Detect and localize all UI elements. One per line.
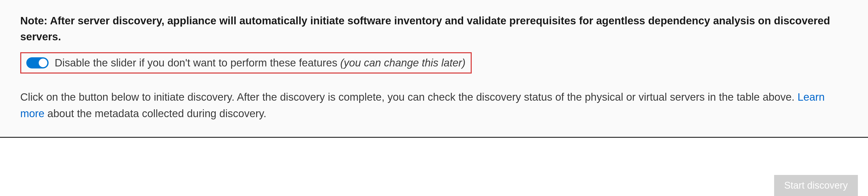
toggle-label: Disable the slider if you don't want to … [55,57,466,69]
instruction-text: Click on the button below to initiate di… [20,89,848,122]
feature-toggle-switch[interactable] [26,57,49,68]
note-heading: Note: After server discovery, appliance … [20,13,848,45]
toggle-label-text: Disable the slider if you don't want to … [55,57,340,69]
instruction-part2: about the metadata collected during disc… [44,108,267,119]
instruction-part1: Click on the button below to initiate di… [20,91,797,103]
discovery-config-panel: Note: After server discovery, appliance … [0,0,868,138]
toggle-knob [39,59,47,67]
start-discovery-button[interactable]: Start discovery [774,175,858,196]
toggle-hint: (you can change this later) [340,57,466,69]
feature-toggle-row: Disable the slider if you don't want to … [20,52,472,74]
